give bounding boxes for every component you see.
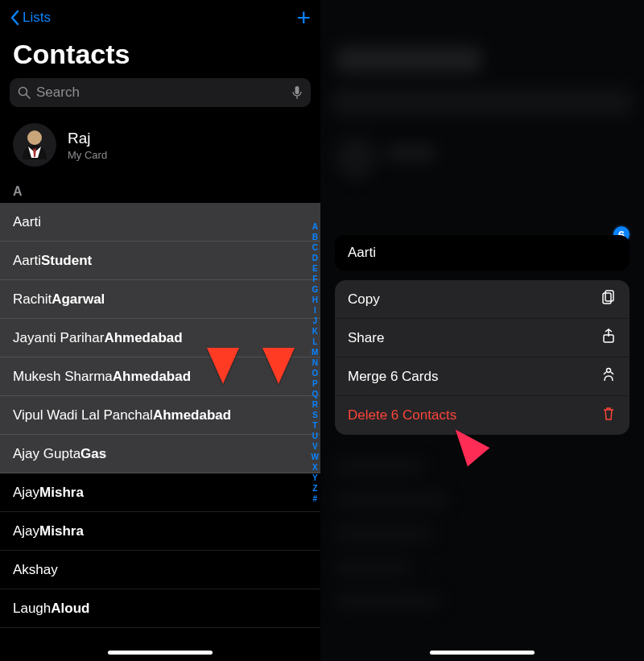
contact-row[interactable]: Akshay: [0, 551, 320, 589]
my-card-sub: My Card: [68, 149, 107, 161]
alpha-index[interactable]: ABCDEFGHIJKLMNOPQRSTUVWXYZ#: [312, 221, 319, 504]
back-label: Lists: [23, 10, 51, 26]
menu-item-copy[interactable]: Copy: [335, 280, 630, 319]
context-menu: CopyShareMerge 6 CardsDelete 6 Contacts: [335, 280, 630, 435]
home-indicator: [430, 651, 535, 655]
menu-item-trash[interactable]: Delete 6 Contacts: [335, 396, 630, 435]
contact-row[interactable]: Aarti: [0, 203, 320, 242]
contact-row[interactable]: Jayanti Parihar Ahmedabad: [0, 319, 320, 357]
contact-row[interactable]: Ajay Gupta Gas: [0, 435, 320, 473]
contact-row[interactable]: Aarti Student: [0, 242, 320, 280]
home-indicator: [108, 651, 213, 655]
contact-row[interactable]: Vipul Wadi Lal Panchal Ahmedabad: [0, 396, 320, 435]
merge-icon: [601, 366, 617, 386]
svg-rect-5: [605, 291, 613, 301]
menu-item-merge[interactable]: Merge 6 Cards: [335, 357, 630, 396]
contact-row[interactable]: Rachit Agarwal: [0, 280, 320, 319]
trash-icon: [601, 406, 617, 426]
selected-card-name: Aarti: [348, 245, 376, 261]
chevron-left-icon: [10, 10, 21, 26]
nav-bar: Lists +: [0, 0, 320, 35]
contact-row[interactable]: Laugh Aloud: [0, 589, 320, 628]
avatar: [13, 123, 56, 167]
svg-rect-2: [295, 86, 299, 94]
contact-row[interactable]: Mukesh Sharma Ahmedabad: [0, 357, 320, 396]
svg-point-8: [607, 369, 611, 373]
svg-point-4: [27, 130, 42, 145]
selected-card[interactable]: Aarti: [335, 235, 630, 271]
back-button[interactable]: Lists: [10, 10, 51, 26]
contact-list: AartiAarti StudentRachit AgarwalJayanti …: [0, 203, 320, 628]
contact-row[interactable]: Ajay Mishra: [0, 512, 320, 551]
add-button[interactable]: +: [296, 6, 311, 30]
svg-line-1: [27, 95, 31, 99]
search-icon: [18, 86, 31, 99]
menu-item-share[interactable]: Share: [335, 319, 630, 357]
my-card[interactable]: Raj My Card: [0, 118, 320, 181]
section-header: A: [0, 181, 320, 203]
contacts-pane: Lists + Contacts Search Raj My Card A Aa…: [0, 0, 320, 661]
mic-icon[interactable]: [291, 85, 303, 100]
search-placeholder: Search: [36, 85, 291, 101]
contact-row[interactable]: Ajay Mishra: [0, 473, 320, 512]
svg-rect-6: [603, 293, 611, 304]
search-input[interactable]: Search: [10, 78, 311, 107]
page-title: Contacts: [0, 35, 320, 78]
context-pane: 6 Aarti CopyShareMerge 6 CardsDelete 6 C…: [320, 0, 644, 661]
my-card-name: Raj: [68, 130, 107, 147]
share-icon: [601, 328, 617, 348]
copy-icon: [601, 289, 617, 309]
